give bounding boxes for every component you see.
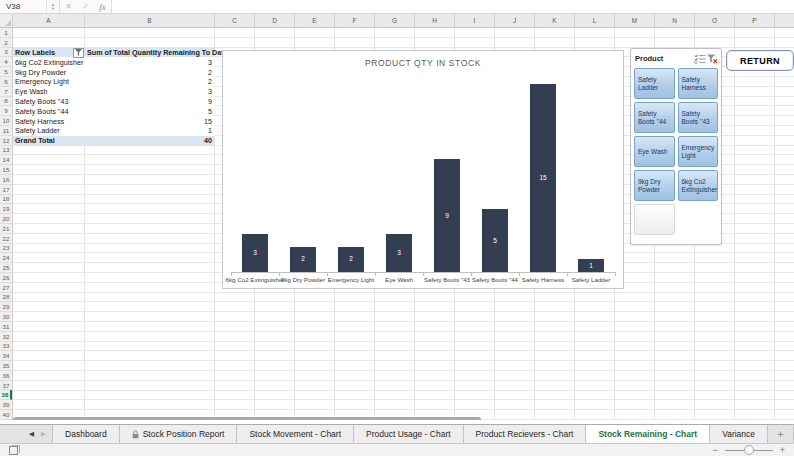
slicer-item[interactable]: 9kg Dry Powder: [634, 170, 675, 201]
slicer-item[interactable]: Safety Harness: [678, 68, 719, 99]
column-header-O[interactable]: O: [695, 14, 735, 27]
pivot-value-header[interactable]: Sum of Total Quantity Remaining To Date: [85, 48, 215, 57]
pivot-table-row[interactable]: Safety Boots ''439: [13, 97, 215, 107]
formula-input[interactable]: [112, 0, 794, 13]
row-header-7[interactable]: 7: [0, 87, 12, 97]
pivot-table-row[interactable]: Eye Wash3: [13, 87, 215, 97]
add-sheet-button[interactable]: +: [768, 425, 794, 443]
sheet-tab-stock-position-report[interactable]: Stock Position Report: [120, 425, 238, 443]
row-header-10[interactable]: 10: [0, 116, 12, 126]
row-header-31[interactable]: 31: [0, 322, 12, 332]
grid-canvas[interactable]: Row Labels Sum of Total Quantity Remaini…: [13, 28, 794, 420]
row-header-17[interactable]: 17: [0, 185, 12, 195]
row-header-3[interactable]: 3: [0, 48, 12, 58]
row-header-39[interactable]: 39: [0, 400, 12, 410]
prev-sheet-icon[interactable]: ◀: [29, 430, 34, 438]
product-slicer[interactable]: Product Safety LadderSafety HarnessSafet…: [630, 48, 722, 245]
cancel-icon[interactable]: ✕: [60, 0, 77, 13]
column-header-H[interactable]: H: [415, 14, 455, 27]
row-header-16[interactable]: 16: [0, 175, 12, 185]
row-header-1[interactable]: 1: [0, 28, 12, 38]
row-header-33[interactable]: 33: [0, 342, 12, 352]
select-all-corner[interactable]: [0, 14, 13, 27]
zoom-out-button[interactable]: −: [712, 446, 717, 455]
row-header-5[interactable]: 5: [0, 67, 12, 77]
row-header-27[interactable]: 27: [0, 283, 12, 293]
multi-select-icon[interactable]: [694, 54, 706, 64]
sheet-tab-dashboard[interactable]: Dashboard: [52, 425, 120, 443]
horizontal-scrollbar[interactable]: [13, 417, 481, 420]
zoom-slider-thumb[interactable]: [744, 445, 754, 455]
row-header-23[interactable]: 23: [0, 244, 12, 254]
name-box[interactable]: V38: [0, 0, 46, 13]
pivot-row-labels-header[interactable]: Row Labels: [13, 48, 85, 58]
column-header-L[interactable]: L: [575, 14, 615, 27]
row-header-36[interactable]: 36: [0, 371, 12, 381]
next-sheet-icon[interactable]: ▶: [41, 430, 46, 438]
row-header-22[interactable]: 22: [0, 234, 12, 244]
column-header-E[interactable]: E: [295, 14, 335, 27]
slicer-item[interactable]: 6kg Co2 Extinguisher: [678, 170, 719, 201]
row-header-34[interactable]: 34: [0, 351, 12, 361]
slicer-item[interactable]: Safety Boots ''44: [634, 102, 675, 133]
clear-filter-icon[interactable]: [706, 54, 718, 64]
row-header-24[interactable]: 24: [0, 253, 12, 263]
row-header-15[interactable]: 15: [0, 165, 12, 175]
row-header-21[interactable]: 21: [0, 224, 12, 234]
row-header-28[interactable]: 28: [0, 293, 12, 303]
row-header-29[interactable]: 29: [0, 302, 12, 312]
row-header-8[interactable]: 8: [0, 97, 12, 107]
row-header-14[interactable]: 14: [0, 155, 12, 165]
column-header-P[interactable]: P: [735, 14, 775, 27]
row-header-13[interactable]: 13: [0, 146, 12, 156]
row-header-25[interactable]: 25: [0, 263, 12, 273]
row-header-19[interactable]: 19: [0, 204, 12, 214]
sheet-tab-variance[interactable]: Variance: [710, 425, 768, 443]
row-header-35[interactable]: 35: [0, 361, 12, 371]
pivot-grand-total-row[interactable]: Grand Total 40: [13, 136, 215, 146]
column-header-K[interactable]: K: [535, 14, 575, 27]
slicer-item[interactable]: [634, 204, 675, 235]
stock-chart[interactable]: PRODUCT QTY IN STOCK 36kg Co2 Extinguish…: [222, 50, 624, 289]
sheet-tab-stock-remaining-chart[interactable]: Stock Remaining - Chart: [586, 425, 710, 443]
insert-function-icon[interactable]: fx: [94, 0, 111, 13]
row-header-40[interactable]: 40: [0, 410, 12, 420]
column-header-C[interactable]: C: [215, 14, 255, 27]
zoom-in-button[interactable]: +: [780, 446, 785, 455]
return-button[interactable]: RETURN: [726, 50, 794, 71]
row-header-26[interactable]: 26: [0, 273, 12, 283]
zoom-slider[interactable]: [725, 450, 773, 451]
column-header-J[interactable]: J: [495, 14, 535, 27]
column-header-B[interactable]: B: [85, 14, 215, 27]
sheet-tab-product-recievers-chart[interactable]: Product Recievers - Chart: [464, 425, 587, 443]
column-header-F[interactable]: F: [335, 14, 375, 27]
accept-icon[interactable]: ✓: [77, 0, 94, 13]
row-header-18[interactable]: 18: [0, 195, 12, 205]
sheet-tab-product-usage-chart[interactable]: Product Usage - Chart: [354, 425, 464, 443]
pivot-table-row[interactable]: 6kg Co2 Extinguisher3: [13, 57, 215, 67]
pivot-table-row[interactable]: 9kg Dry Powder2: [13, 67, 215, 77]
slicer-item[interactable]: Safety Boots ''43: [678, 102, 719, 133]
name-box-spinner[interactable]: ▲▼: [46, 0, 59, 13]
column-header-I[interactable]: I: [455, 14, 495, 27]
row-header-37[interactable]: 37: [0, 381, 12, 391]
pivot-table-row[interactable]: Emergency Light2: [13, 77, 215, 87]
column-header-N[interactable]: N: [655, 14, 695, 27]
row-header-30[interactable]: 30: [0, 312, 12, 322]
row-header-38[interactable]: 38: [0, 390, 12, 400]
normal-view-icon[interactable]: [9, 445, 20, 455]
slicer-item[interactable]: Eye Wash: [634, 136, 675, 167]
column-header-G[interactable]: G: [375, 14, 415, 27]
pivot-table-row[interactable]: Safety Boots ''445: [13, 106, 215, 116]
row-header-4[interactable]: 4: [0, 57, 12, 67]
row-header-32[interactable]: 32: [0, 332, 12, 342]
pivot-table-row[interactable]: Safety Harness15: [13, 116, 215, 126]
column-header-A[interactable]: A: [13, 14, 85, 27]
pivot-filter-button[interactable]: [73, 48, 84, 58]
row-header-12[interactable]: 12: [0, 136, 12, 146]
pivot-table-row[interactable]: Safety Ladder1: [13, 126, 215, 136]
row-header-9[interactable]: 9: [0, 106, 12, 116]
row-header-2[interactable]: 2: [0, 38, 12, 48]
slicer-item[interactable]: Safety Ladder: [634, 68, 675, 99]
row-header-20[interactable]: 20: [0, 214, 12, 224]
